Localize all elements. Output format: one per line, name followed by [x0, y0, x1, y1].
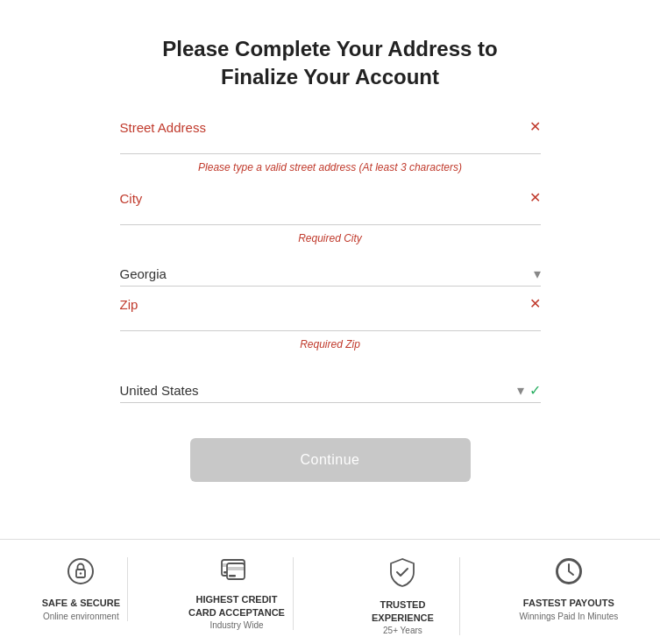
state-select[interactable]: Georgia Alabama Alaska — [120, 266, 534, 281]
svg-point-0 — [68, 559, 93, 584]
country-valid-icon: ✓ — [524, 382, 541, 399]
city-label: City — [120, 189, 143, 206]
street-address-group: Street Address ✕ Please type a valid str… — [120, 118, 541, 180]
credit-card-subtitle: Industry Wide — [209, 620, 263, 630]
country-row: United States Canada United Kingdom ▾ ✓ — [120, 377, 541, 403]
footer-fastest-payouts: FASTEST PAYOUTS Winnings Paid In Minutes — [512, 557, 625, 620]
svg-rect-7 — [227, 567, 245, 570]
zip-input[interactable] — [120, 312, 541, 327]
lock-icon — [67, 557, 95, 591]
zip-clear-icon[interactable]: ✕ — [524, 295, 541, 312]
city-input[interactable] — [120, 206, 541, 221]
address-form: Street Address ✕ Please type a valid str… — [120, 118, 541, 412]
footer: SAFE & SECURE Online environment HIGHEST… — [0, 539, 660, 644]
trusted-subtitle: 25+ Years — [383, 626, 422, 635]
country-dropdown-icon: ▾ — [517, 382, 524, 399]
street-address-clear-icon[interactable]: ✕ — [524, 118, 541, 135]
state-row: Georgia Alabama Alaska ▾ — [120, 260, 541, 287]
shield-checkmark-icon — [388, 557, 416, 593]
city-row: City ✕ — [120, 189, 541, 225]
street-address-error: Please type a valid street address (At l… — [120, 161, 541, 173]
zip-label: Zip — [120, 295, 138, 312]
zip-error: Required Zip — [120, 338, 541, 350]
country-select[interactable]: United States Canada United Kingdom — [120, 383, 517, 398]
clock-icon — [555, 557, 583, 591]
footer-safe-secure: SAFE & SECURE Online environment — [35, 557, 128, 620]
footer-trusted: TRUSTED EXPERIENCE 25+ Years — [346, 557, 460, 635]
city-group: City ✕ Required City — [120, 189, 541, 251]
card-icon — [221, 557, 252, 588]
trusted-title: TRUSTED EXPERIENCE — [353, 598, 452, 624]
continue-button[interactable]: Continue — [190, 438, 471, 482]
city-clear-icon[interactable]: ✕ — [524, 189, 541, 206]
safe-secure-subtitle: Online environment — [43, 612, 119, 621]
state-dropdown-icon: ▾ — [534, 265, 541, 282]
street-address-row: Street Address ✕ — [120, 118, 541, 154]
footer-credit-card: HIGHEST CREDIT CARD ACCEPTANCE Industry … — [180, 557, 294, 630]
zip-group: Zip ✕ Required Zip — [120, 295, 541, 357]
city-error: Required City — [120, 232, 541, 244]
street-address-input[interactable] — [120, 135, 541, 150]
street-address-label: Street Address — [120, 118, 206, 135]
credit-card-title: HIGHEST CREDIT CARD ACCEPTANCE — [187, 593, 286, 619]
fastest-payouts-subtitle: Winnings Paid In Minutes — [519, 612, 618, 621]
page-title: Please Complete Your Address to Finalize… — [146, 35, 515, 92]
svg-rect-8 — [229, 575, 236, 577]
zip-row: Zip ✕ — [120, 295, 541, 331]
safe-secure-title: SAFE & SECURE — [42, 597, 120, 609]
svg-point-2 — [80, 573, 82, 575]
fastest-payouts-title: FASTEST PAYOUTS — [523, 597, 614, 609]
